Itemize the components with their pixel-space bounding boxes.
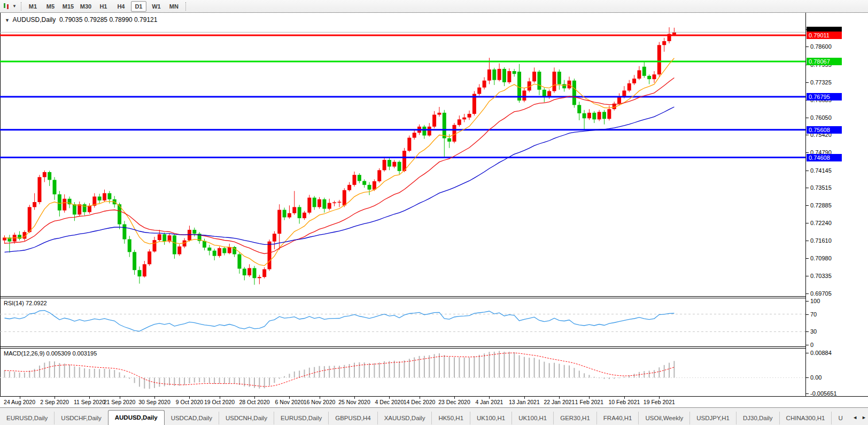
date-label: 4 Dec 2020 bbox=[375, 399, 404, 405]
rsi-pane[interactable] bbox=[0, 298, 805, 346]
tab-scroll-left-icon[interactable]: ◄ bbox=[852, 414, 857, 421]
date-label: 1 Feb 2021 bbox=[575, 399, 603, 405]
chart-tab-uk100-h1[interactable]: UK100,H1 bbox=[511, 412, 553, 424]
dropdown-caret-icon[interactable]: ▼ bbox=[12, 4, 17, 9]
candle bbox=[243, 269, 246, 275]
candle bbox=[422, 127, 426, 136]
chart-tab-audusd-daily[interactable]: AUDUSD,Daily bbox=[108, 410, 165, 425]
price-tick-label: 0.76050 bbox=[810, 114, 832, 121]
candle bbox=[37, 177, 41, 202]
toolbar-grip[interactable] bbox=[21, 2, 21, 11]
macd-histogram-bar bbox=[324, 366, 325, 377]
candle bbox=[307, 198, 311, 213]
chart-tab-usdchf-daily[interactable]: USDCHF,Daily bbox=[54, 412, 107, 424]
chart-tab-uk100-h1[interactable]: UK100,H1 bbox=[470, 412, 511, 424]
candle bbox=[247, 268, 251, 275]
toolbar-grip-2[interactable] bbox=[185, 2, 186, 11]
chart-tab-u[interactable]: U bbox=[831, 412, 849, 424]
macd-histogram-bar bbox=[259, 377, 260, 388]
chart-tab-usoil-weekly[interactable]: USOil,Weekly bbox=[638, 412, 689, 424]
timeframe-button-m15[interactable]: M15 bbox=[60, 1, 76, 12]
timeframe-button-m1[interactable]: M1 bbox=[25, 1, 41, 12]
macd-histogram-bar bbox=[489, 352, 490, 377]
chart-tab-usdcnh-daily[interactable]: USDCNH,Daily bbox=[219, 412, 274, 424]
macd-scale-label: -0.005651 bbox=[810, 390, 837, 397]
chart-tab-xauusd-daily[interactable]: XAUUSD,Daily bbox=[377, 412, 432, 424]
macd-histogram-bar bbox=[554, 363, 555, 378]
main-pane-bottom-border bbox=[0, 296, 868, 297]
timeframe-button-m30[interactable]: M30 bbox=[78, 1, 94, 12]
macd-histogram-bar bbox=[154, 377, 155, 388]
macd-histogram-bar bbox=[624, 377, 625, 378]
chart-tab-ger30-h1[interactable]: GER30,H1 bbox=[553, 412, 596, 424]
date-label: 10 Feb 2021 bbox=[608, 399, 640, 405]
candle bbox=[203, 241, 206, 248]
timeframe-button-d1[interactable]: D1 bbox=[131, 1, 146, 12]
macd-histogram-bar bbox=[279, 377, 280, 378]
chart-tab-hk50-h1[interactable]: HK50,H1 bbox=[431, 412, 470, 424]
chart-tab-eurusd-daily[interactable]: EURUSD,Daily bbox=[0, 412, 54, 424]
date-label: 28 Oct 2020 bbox=[239, 399, 269, 405]
candle bbox=[462, 118, 466, 120]
chart-tab-dj30-daily[interactable]: DJ30,Daily bbox=[736, 412, 779, 424]
macd-pane[interactable] bbox=[0, 348, 805, 396]
candle bbox=[313, 198, 316, 207]
macd-histogram-bar bbox=[304, 369, 305, 377]
chart-symbol: AUDUSD,Daily bbox=[13, 16, 56, 24]
timeframe-button-h4[interactable]: H4 bbox=[113, 1, 129, 12]
candle bbox=[283, 210, 286, 218]
chart-tab-china300-h1[interactable]: CHINA300,H1 bbox=[779, 412, 832, 424]
macd-histogram-bar bbox=[54, 361, 55, 377]
main-chart-pane[interactable] bbox=[0, 13, 805, 296]
date-label: 6 Nov 2020 bbox=[275, 399, 304, 405]
timeframe-button-m5[interactable]: M5 bbox=[43, 1, 58, 12]
date-label: 23 Dec 2020 bbox=[438, 399, 470, 405]
candle bbox=[153, 240, 157, 251]
price-tick bbox=[806, 241, 809, 241]
timeframe-button-h1[interactable]: H1 bbox=[96, 1, 111, 12]
macd-scale-tick bbox=[806, 377, 809, 378]
macd-histogram-bar bbox=[14, 372, 15, 377]
rsi-scale-tick bbox=[806, 331, 809, 332]
candle bbox=[383, 160, 386, 170]
date-label: 24 Aug 2020 bbox=[4, 399, 35, 405]
collapse-caret-icon[interactable]: ▼ bbox=[5, 18, 10, 23]
macd-histogram-bar bbox=[494, 352, 495, 378]
chart-tab-usdcad-daily[interactable]: USDCAD,Daily bbox=[165, 412, 219, 424]
time-axis[interactable]: 24 Aug 20202 Sep 202011 Sep 202021 Sep 2… bbox=[0, 397, 868, 407]
timeframe-button-mn[interactable]: MN bbox=[166, 1, 182, 12]
macd-histogram-bar bbox=[209, 377, 210, 383]
chart-tool-icon[interactable] bbox=[2, 2, 12, 10]
candle bbox=[368, 185, 371, 190]
chart-tab-usdjpy-h1[interactable]: USDJPY,H1 bbox=[689, 412, 736, 424]
chart-title: ▼ AUDUSD,Daily 0.79035 0.79285 0.78990 0… bbox=[4, 16, 157, 24]
chart-tab-gbpusd-h4[interactable]: GBPUSD,H4 bbox=[328, 412, 377, 424]
macd-histogram-bar bbox=[564, 365, 565, 378]
price-axis[interactable]: 0.792200.786000.779550.773250.766850.760… bbox=[806, 13, 868, 396]
price-line-badge-0.75608: 0.75608 bbox=[807, 126, 842, 134]
candle bbox=[487, 69, 491, 81]
macd-histogram-bar bbox=[164, 377, 165, 386]
macd-histogram-bar bbox=[24, 373, 25, 377]
chart-tab-fra40-h1[interactable]: FRA40,H1 bbox=[596, 412, 639, 424]
macd-histogram-bar bbox=[569, 366, 570, 378]
macd-histogram-bar bbox=[204, 377, 205, 382]
candle bbox=[458, 119, 461, 125]
candle bbox=[288, 213, 291, 218]
macd-histogram-bar bbox=[449, 357, 450, 378]
candle bbox=[553, 72, 556, 91]
tab-scroll-right-icon[interactable]: ► bbox=[862, 414, 866, 421]
candle bbox=[222, 248, 226, 253]
macd-histogram-bar bbox=[389, 361, 390, 377]
macd-histogram-bar bbox=[394, 361, 395, 378]
macd-histogram-bar bbox=[539, 360, 540, 378]
candle bbox=[277, 210, 281, 234]
timeframe-button-w1[interactable]: W1 bbox=[149, 1, 164, 12]
candle bbox=[443, 113, 446, 138]
candle bbox=[273, 234, 276, 242]
rsi-scale-label: 70 bbox=[810, 311, 817, 318]
candle bbox=[213, 251, 216, 256]
chart-tab-eurusd-daily[interactable]: EURUSD,Daily bbox=[274, 412, 328, 424]
macd-histogram-bar bbox=[189, 377, 190, 383]
macd-histogram-bar bbox=[409, 359, 410, 377]
